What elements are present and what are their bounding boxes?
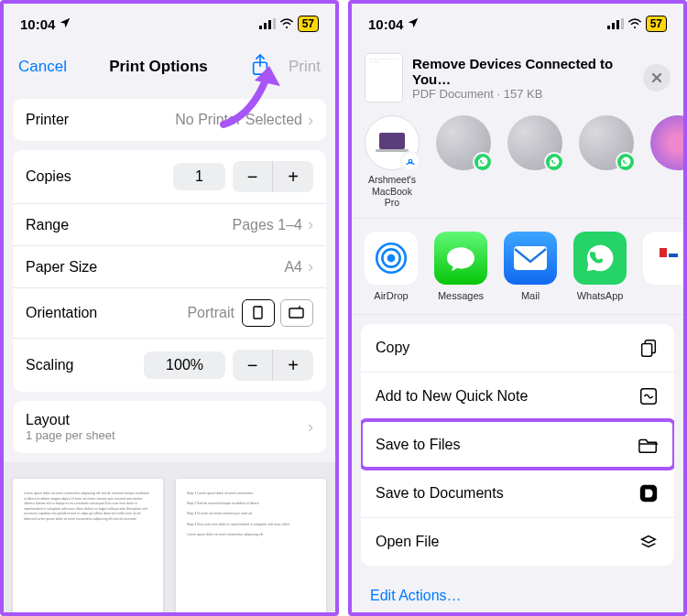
action-save-to-files[interactable]: Save to Files bbox=[361, 420, 674, 469]
contact-name: Arshmeet's MacBook Pro bbox=[365, 174, 420, 209]
close-button[interactable] bbox=[643, 64, 671, 92]
share-icon[interactable] bbox=[250, 53, 270, 81]
app-whatsapp[interactable]: WhatsApp bbox=[573, 232, 627, 301]
contact-whatsapp-2[interactable] bbox=[507, 115, 562, 209]
page-title: Print Options bbox=[109, 58, 208, 76]
app-mail[interactable]: Mail bbox=[504, 232, 557, 301]
app-messages[interactable]: Messages bbox=[434, 232, 487, 301]
avatar bbox=[507, 115, 562, 170]
svg-rect-9 bbox=[612, 23, 615, 29]
copies-minus-button[interactable]: − bbox=[233, 161, 273, 192]
status-bar: 10:04 57 bbox=[4, 4, 335, 44]
svg-rect-20 bbox=[660, 248, 667, 257]
svg-rect-6 bbox=[254, 307, 262, 319]
phone-left-print-options: 10:04 57 Cancel Print Options Print bbox=[0, 0, 339, 616]
avatar bbox=[436, 115, 491, 170]
app-icon-partial bbox=[643, 232, 687, 285]
avatar bbox=[650, 115, 683, 170]
action-open-file[interactable]: Open File bbox=[361, 517, 674, 566]
layout-card: Layout 1 page per sheet › bbox=[13, 401, 326, 453]
action-copy[interactable]: Copy bbox=[361, 324, 674, 372]
action-label: Open File bbox=[376, 534, 439, 550]
action-label: Save to Files bbox=[376, 437, 460, 453]
doc-title: Remove Devices Connected to You… bbox=[412, 56, 634, 87]
svg-rect-7 bbox=[289, 308, 303, 318]
wifi-icon bbox=[279, 16, 294, 32]
location-icon bbox=[407, 16, 420, 32]
chevron-right-icon: › bbox=[308, 215, 313, 234]
orientation-landscape-button[interactable] bbox=[280, 299, 313, 327]
mail-icon bbox=[504, 232, 557, 285]
documents-app-icon bbox=[638, 482, 660, 504]
chevron-right-icon: › bbox=[308, 417, 313, 437]
whatsapp-badge-icon bbox=[544, 152, 564, 172]
location-icon bbox=[59, 16, 71, 32]
whatsapp-badge-icon bbox=[616, 152, 636, 172]
status-bar: 10:04 57 bbox=[352, 4, 683, 44]
copies-value[interactable]: 1 bbox=[173, 163, 225, 190]
svg-rect-23 bbox=[642, 343, 652, 356]
printer-card: Printer No Printer Selected › bbox=[13, 99, 326, 141]
status-time: 10:04 bbox=[20, 16, 55, 32]
app-partial[interactable] bbox=[643, 232, 687, 301]
print-button[interactable]: Print bbox=[289, 58, 321, 76]
chevron-right-icon: › bbox=[308, 257, 313, 276]
contact-whatsapp-1[interactable] bbox=[436, 115, 491, 209]
svg-point-4 bbox=[286, 26, 288, 27]
svg-rect-19 bbox=[514, 246, 547, 270]
scaling-minus-button[interactable]: − bbox=[233, 350, 273, 381]
cancel-button[interactable]: Cancel bbox=[18, 58, 67, 76]
action-save-to-documents[interactable]: Save to Documents bbox=[361, 469, 674, 517]
layout-sub: 1 page per sheet bbox=[26, 428, 115, 442]
layout-row[interactable]: Layout 1 page per sheet › bbox=[13, 401, 326, 453]
phone-right-share-sheet: 10:04 57 xx xx xxx x xx xx x xxx x x xx … bbox=[348, 0, 687, 616]
print-preview[interactable]: Lorem ipsum dolor sit amet consectetur a… bbox=[4, 462, 335, 616]
action-label: Add to New Quick Note bbox=[376, 388, 528, 405]
svg-rect-8 bbox=[607, 26, 610, 29]
orientation-portrait-button[interactable] bbox=[242, 299, 275, 327]
edit-actions-button[interactable]: Edit Actions… bbox=[352, 575, 683, 616]
quick-note-icon bbox=[638, 385, 660, 407]
range-row[interactable]: Range Pages 1–4 › bbox=[13, 203, 326, 245]
macbook-icon bbox=[365, 115, 420, 170]
nav-bar: Cancel Print Options Print bbox=[4, 44, 335, 90]
airdrop-contacts-row: Arshmeet's MacBook Pro bbox=[352, 115, 683, 218]
printer-row[interactable]: Printer No Printer Selected › bbox=[13, 99, 326, 141]
scaling-plus-button[interactable]: + bbox=[273, 350, 313, 381]
printer-value: No Printer Selected bbox=[175, 112, 302, 128]
actions-list: Copy Add to New Quick Note Save to Files… bbox=[361, 324, 674, 566]
scaling-value[interactable]: 100% bbox=[144, 351, 225, 379]
layout-label: Layout bbox=[26, 412, 115, 428]
paper-value: A4 bbox=[284, 259, 302, 276]
svg-rect-2 bbox=[268, 20, 271, 29]
svg-rect-10 bbox=[616, 20, 619, 29]
contact-whatsapp-3[interactable] bbox=[579, 115, 634, 209]
svg-point-12 bbox=[634, 26, 636, 27]
battery-indicator: 57 bbox=[646, 16, 667, 32]
avatar bbox=[579, 115, 634, 170]
app-label: Mail bbox=[504, 290, 557, 301]
svg-rect-11 bbox=[621, 18, 624, 29]
airdrop-badge-icon bbox=[400, 151, 420, 171]
messages-icon bbox=[434, 232, 487, 285]
paper-label: Paper Size bbox=[26, 259, 97, 276]
orientation-row: Orientation Portrait bbox=[13, 287, 326, 338]
folder-icon bbox=[638, 434, 660, 456]
signal-icon bbox=[607, 16, 624, 32]
app-label: Messages bbox=[434, 290, 487, 301]
svg-rect-3 bbox=[273, 18, 276, 29]
copy-icon bbox=[638, 337, 660, 359]
status-time: 10:04 bbox=[368, 16, 403, 32]
app-airdrop[interactable]: AirDrop bbox=[365, 232, 418, 301]
contact-macbook[interactable]: Arshmeet's MacBook Pro bbox=[365, 115, 420, 209]
signal-icon bbox=[259, 16, 276, 32]
svg-rect-14 bbox=[376, 149, 409, 152]
paper-row[interactable]: Paper Size A4 › bbox=[13, 245, 326, 287]
action-quick-note[interactable]: Add to New Quick Note bbox=[361, 372, 674, 420]
range-value: Pages 1–4 bbox=[232, 217, 302, 233]
battery-indicator: 57 bbox=[298, 16, 319, 32]
chevron-right-icon: › bbox=[308, 111, 313, 130]
contact-partial[interactable] bbox=[650, 115, 683, 209]
svg-rect-1 bbox=[264, 23, 267, 29]
copies-plus-button[interactable]: + bbox=[273, 161, 313, 192]
